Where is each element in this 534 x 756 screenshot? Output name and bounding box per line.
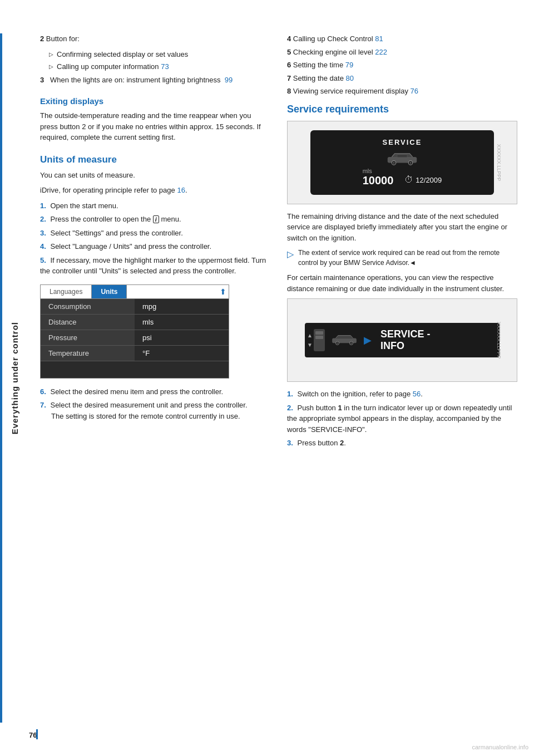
left-column: 2 Button for: Confirming selected displa… [40,33,270,454]
step-item-1: 1. Open the start menu. [40,200,270,212]
service-label: SERVICE [383,138,422,146]
svg-point-3 [393,161,395,163]
units-label: Distance [41,315,135,330]
item-3: 3 When the lights are on: instrument lig… [40,75,270,86]
img1-side-text: XXXXXX.LLPPP [497,144,502,181]
step-item-4: 4. Select "Language / Units" and press t… [40,241,270,252]
service-image-2: ▲ ▼ ▶ [287,298,517,382]
step-item-5: 5. If necessary, move the highlight mark… [40,255,270,277]
sidebar-label-text: Everything under control [10,322,19,434]
svg-rect-5 [397,154,407,157]
service-image-1: SERVICE mls 10000 [287,121,517,204]
units-value: °F [135,346,229,361]
service-note: ▷ The extent of service work required ca… [287,248,517,268]
svg-point-10 [350,342,352,344]
exiting-displays-heading: Exiting displays [40,96,270,106]
steps-after-table: 6. Select the desired menu item and pres… [40,386,270,422]
units-value: psi [135,330,229,346]
date-group: ⏱ 12/2009 [404,173,442,187]
scroll-icon: ⬆ [220,287,226,296]
sidebar: Everything under control [0,0,29,756]
units-value: mls [135,315,229,330]
step-after-2: 7. Select the desired measurement unit a… [40,400,270,421]
units-intro: You can set units of measure. [40,170,270,181]
item2-sublist: Confirming selected display or set value… [49,49,270,72]
item2-text: Button for: [46,35,80,43]
units-value: mpg [135,299,229,315]
svg-point-4 [410,161,412,163]
car-icon-2 [330,332,358,348]
service-text-2: For certain maintenance operations, you … [287,272,517,294]
exiting-displays-section: Exiting displays The outside-temperature… [40,96,270,143]
idrive-ref-num: 16 [177,186,185,194]
steps-before-table: 1. Open the start menu.2. Press the cont… [40,200,270,277]
service-display-1: SERVICE mls 10000 [310,130,494,195]
item2-sub2-ref: 73 [161,62,169,71]
page-bar [36,729,38,739]
idrive-ref: iDrive, for operating principle refer to… [40,185,270,196]
units-label: Consumption [41,299,135,315]
img2-side-text: XXXXXX.LLPPP [497,322,502,359]
service-info-text: SERVICE -INFO [380,328,431,352]
service-step-1: 1. Switch on the ignition, refer to page… [287,389,517,400]
lever-controls: ▲ ▼ [314,329,325,351]
units-table: Languages Units ⬆ ConsumptionmpgDistance… [40,284,229,379]
service-requirements-section: Service requirements SERVICE [287,104,517,449]
service-info-group: ▶ SERVICE -INFO [364,328,431,352]
item2-num: 2 [40,35,44,43]
top-item-4: 4 Calling up Check Control 81 [287,33,517,45]
service-text-1: The remaining driving distance and the d… [287,211,517,244]
top-item-5: 5 Checking engine oil level 222 [287,47,517,58]
item3-ref: 99 [225,76,233,84]
svg-point-9 [337,342,338,344]
note-text: The extent of service work required can … [298,248,517,268]
car-icon [385,151,419,168]
top-items-list: 4 Calling up Check Control 815 Checking … [287,33,517,97]
top-item-7: 7 Setting the date 80 [287,73,517,84]
step-after-1: 6. Select the desired menu item and pres… [40,386,270,397]
item3-num: 3 [40,76,44,84]
units-tab[interactable]: Units [92,285,127,298]
top-item-8: 8 Viewing service requirement display 76 [287,86,517,97]
item-2: 2 Button for: Confirming selected displa… [40,33,270,72]
right-column: 4 Calling up Check Control 815 Checking … [287,33,517,454]
units-of-measure-section: Units of measure You can set units of me… [40,154,270,422]
step-item-2: 2. Press the controller to open the i me… [40,214,270,225]
units-heading: Units of measure [40,154,270,165]
service-arrow-icon: ▶ [364,334,372,346]
service-step-2: 2. Push button 1 in the turn indicator l… [287,402,517,435]
watermark: carmanualonline.info [472,744,528,750]
item2-sub1: Confirming selected display or set value… [49,49,270,60]
note-arrow-icon: ▷ [287,249,294,259]
service-bottom-row: mls 10000 ⏱ 12/2009 [363,168,442,187]
units-table-footer [41,361,229,378]
mls-group: mls 10000 [363,168,394,187]
units-table-header: Languages Units ⬆ [41,285,229,299]
service-step-3: 3. Press button 2. [287,438,517,449]
service-steps-list: 1. Switch on the ignition, refer to page… [287,389,517,449]
item2-sub2: Calling up computer information 73 [49,61,270,72]
units-label: Pressure [41,330,135,346]
service-heading: Service requirements [287,104,517,115]
units-label: Temperature [41,346,135,361]
units-table-body: ConsumptionmpgDistancemlsPressurepsiTemp… [41,299,229,361]
item3-text: When the lights are on: instrument light… [50,76,220,84]
exiting-displays-text: The outside-temperature reading and the … [40,110,270,143]
step-item-3: 3. Select "Settings" and press the contr… [40,228,270,239]
top-item-6: 6 Setting the time 79 [287,60,517,71]
languages-tab[interactable]: Languages [41,285,92,298]
